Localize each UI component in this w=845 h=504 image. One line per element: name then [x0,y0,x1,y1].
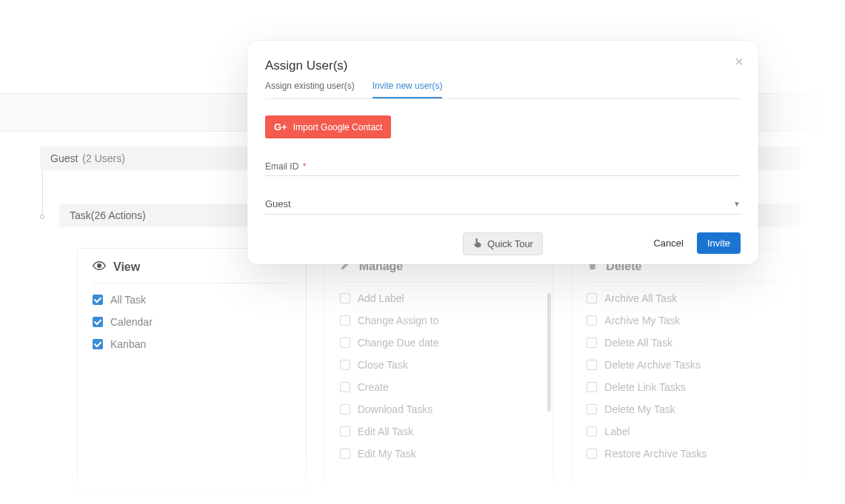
close-icon[interactable]: × [735,54,744,69]
perm-label: Change Due date [358,337,439,349]
perm-label: Kanban [110,338,146,350]
perm-item[interactable]: Delete Link Tasks [587,381,785,393]
checkbox[interactable] [587,315,597,326]
checkbox[interactable] [93,339,103,349]
perm-label: Archive All Task [604,292,677,304]
perm-item[interactable]: All Task [93,294,291,306]
perm-label: Delete My Task [604,403,675,415]
tab-assign-existing[interactable]: Assign existing user(s) [265,81,355,98]
checkbox[interactable] [340,404,350,414]
checkbox[interactable] [587,293,597,303]
checkbox[interactable] [340,448,350,459]
permissions-delete-card: Delete Archive All Task Archive My Task … [571,248,801,492]
checkbox[interactable] [587,448,597,459]
quick-tour-label: Quick Tour [487,238,533,249]
section-name: Task [70,209,91,221]
import-google-contact-button[interactable]: G+ Import Google Contact [265,115,391,138]
perm-label: Download Tasks [358,403,433,415]
checkbox[interactable] [340,382,350,392]
cancel-button[interactable]: Cancel [653,238,683,249]
view-card-title: View [113,261,140,274]
email-label: Email ID [265,161,298,172]
perm-label: Calendar [110,316,153,328]
perm-item[interactable]: Edit My Task [340,448,538,460]
perm-label: Edit My Task [358,448,416,460]
section-count: (26 Actions) [91,209,146,221]
perm-item[interactable]: Delete All Task [587,337,785,349]
modal-title: Assign User(s) [265,58,741,73]
checkbox[interactable] [93,317,103,327]
perm-label: Create [358,381,389,393]
quick-tour-button[interactable]: Quick Tour [463,232,543,255]
perm-item[interactable]: Calendar [93,316,291,328]
checkbox[interactable] [340,293,350,303]
eye-icon [93,259,106,275]
checkbox[interactable] [93,295,103,305]
checkbox[interactable] [587,360,597,370]
perm-label: Delete All Task [604,337,672,349]
perm-label: Label [604,426,629,437]
perm-item[interactable]: Change Due date [340,337,538,349]
required-asterisk: * [303,161,307,172]
checkbox[interactable] [340,315,350,326]
checkbox[interactable] [340,426,350,437]
perm-item[interactable]: Create [340,381,538,393]
tab-invite-new[interactable]: Invite new user(s) [373,81,443,98]
checkbox[interactable] [587,337,597,348]
modal-tabs: Assign existing user(s) Invite new user(… [265,81,741,99]
chevron-down-icon: ▼ [733,200,741,208]
checkbox[interactable] [340,360,350,370]
role-select[interactable]: Guest ▼ [265,198,741,215]
perm-item[interactable]: Edit All Task [340,426,538,437]
google-btn-label: Import Google Contact [293,122,383,132]
perm-label: All Task [110,294,146,306]
hand-pointer-icon [472,238,483,250]
role-selected-value: Guest [265,198,291,209]
perm-item[interactable]: Label [587,426,785,437]
perm-item[interactable]: Kanban [93,338,291,350]
tree-line [42,170,43,215]
perm-label: Delete Archive Tasks [604,359,701,371]
perm-item[interactable]: Delete Archive Tasks [587,359,785,371]
tree-bullet [40,215,44,219]
perm-item[interactable]: Close Task [340,359,538,371]
group-name: Guest [50,152,78,164]
svg-point-0 [98,264,101,268]
perm-label: Change Assign to [358,315,439,326]
perm-item[interactable]: Add Label [340,292,538,304]
perm-item[interactable]: Delete My Task [587,403,785,415]
perm-label: Edit All Task [358,426,413,437]
checkbox[interactable] [587,382,597,392]
checkbox[interactable] [587,404,597,414]
perm-label: Restore Archive Tasks [604,448,707,460]
permissions-manage-card: Manage Add Label Change Assign to Change… [324,248,554,492]
permissions-view-card: View All Task Calendar Kanban [77,248,307,492]
perm-label: Close Task [358,359,408,371]
checkbox[interactable] [340,337,350,348]
checkbox[interactable] [587,426,597,437]
perm-label: Archive My Task [604,315,680,326]
perm-label: Add Label [358,292,404,304]
perm-item[interactable]: Archive My Task [587,315,785,326]
perm-label: Delete Link Tasks [604,381,685,393]
google-plus-icon: G+ [274,121,287,132]
perm-item[interactable]: Archive All Task [587,292,785,304]
scrollbar-thumb[interactable] [547,293,551,411]
invite-button[interactable]: Invite [697,232,741,254]
assign-user-modal: × Assign User(s) Assign existing user(s)… [247,41,758,264]
group-count: (2 Users) [82,152,125,164]
perm-item[interactable]: Change Assign to [340,315,538,326]
perm-item[interactable]: Restore Archive Tasks [587,448,785,460]
perm-item[interactable]: Download Tasks [340,403,538,415]
email-field[interactable]: Email ID * [265,159,741,176]
